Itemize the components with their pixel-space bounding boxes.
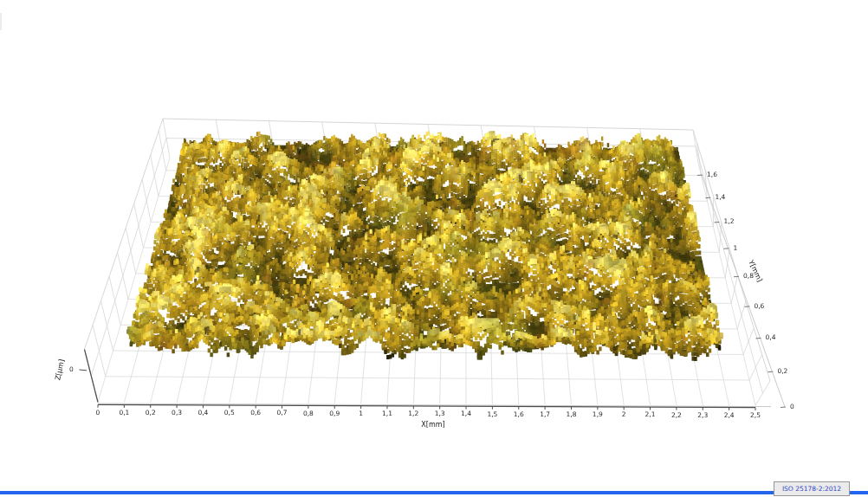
surface-3d-view[interactable] — [0, 0, 868, 472]
left-edge-artifact — [0, 13, 2, 30]
app-window: { "chart_data": { "type": "surface3d", "… — [0, 0, 868, 497]
surface-plot: X[mm] Y[mm] Z[µm] 00,10,20,30,40,50,60,7… — [0, 0, 868, 472]
iso-standard-badge: ISO 25178-2:2012 — [774, 481, 850, 496]
bottom-divider-line — [0, 491, 868, 494]
